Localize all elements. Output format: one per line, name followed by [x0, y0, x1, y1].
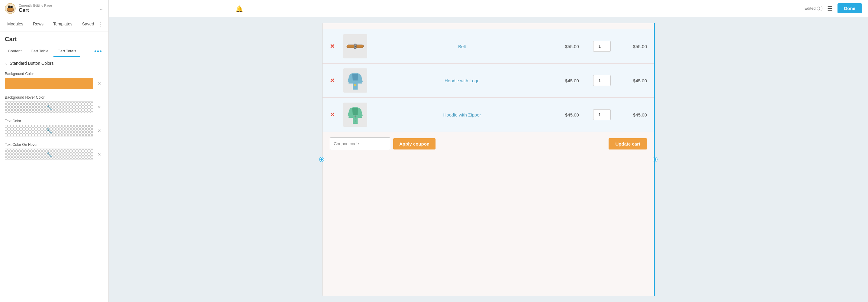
app-logo: [5, 3, 16, 14]
product-subtotal: $45.00: [617, 112, 647, 117]
text-hover-color-swatch[interactable]: 🔧: [5, 148, 93, 160]
product-name[interactable]: Hoodie with Logo: [373, 78, 551, 83]
remove-item-button[interactable]: ✕: [330, 111, 337, 118]
coupon-left: Apply coupon: [330, 137, 435, 150]
sidebar-tabs: Content Cart Table Cart Totals •••: [0, 46, 108, 57]
section-standard-button-colors[interactable]: ⌄ Standard Button Colors: [0, 57, 108, 69]
product-image: [343, 34, 367, 58]
sidebar-nav-rows[interactable]: Rows: [28, 17, 48, 31]
background-hover-color-clear[interactable]: ✕: [95, 103, 103, 111]
sidebar-nav-templates[interactable]: Templates: [48, 17, 77, 31]
background-hover-color-label: Background Hover Color: [5, 95, 103, 100]
notification-bell-icon[interactable]: 🔔: [236, 5, 243, 12]
background-color-swatch[interactable]: [5, 78, 93, 89]
eyedropper-icon: 🔧: [46, 152, 52, 157]
svg-point-10: [354, 46, 356, 47]
background-color-label: Background Color: [5, 72, 103, 76]
svg-rect-15: [354, 116, 356, 117]
text-color-swatch[interactable]: 🔧: [5, 125, 93, 136]
svg-point-2: [7, 7, 13, 11]
section-label: Standard Button Colors: [10, 61, 54, 66]
background-hover-color-field: Background Hover Color 🔧 ✕: [0, 93, 108, 116]
background-hover-color-row: 🔧 ✕: [5, 101, 103, 113]
svg-point-6: [11, 6, 12, 7]
quantity-input[interactable]: [593, 75, 611, 86]
text-hover-color-clear[interactable]: ✕: [95, 150, 103, 159]
product-price: $55.00: [557, 44, 587, 49]
sidebar-nav: Modules Rows Templates Saved: [0, 17, 108, 31]
page-canvas: ✕ Belt $55.00 $55.00 ✕: [322, 23, 654, 296]
sidebar-nav-modules[interactable]: Modules: [2, 17, 28, 31]
background-color-field: Background Color ✕: [0, 69, 108, 93]
tab-cart-table[interactable]: Cart Table: [27, 46, 53, 57]
quantity-input[interactable]: [593, 109, 611, 120]
coupon-row: Apply coupon Update cart: [322, 132, 654, 156]
done-button[interactable]: Done: [837, 3, 862, 13]
hoodie-zipper-image: [346, 104, 364, 125]
tab-cart-totals[interactable]: Cart Totals: [54, 46, 81, 57]
sidebar-collapse-chevron[interactable]: ⌄: [99, 5, 103, 12]
sidebar-nav-saved[interactable]: Saved: [77, 17, 99, 31]
sidebar-resize-handle[interactable]: [99, 17, 101, 31]
text-color-label: Text Color: [5, 119, 103, 123]
text-color-row: 🔧 ✕: [5, 125, 103, 136]
section-chevron-icon: ⌄: [5, 61, 8, 65]
main-area: 🔔 Edited ? ☰ Done ✕: [109, 0, 868, 302]
tab-content[interactable]: Content: [4, 46, 26, 57]
canvas-left-handle[interactable]: [319, 157, 324, 162]
quantity-input[interactable]: [593, 41, 611, 52]
panel-title: Cart: [0, 31, 108, 46]
tab-more-button[interactable]: •••: [92, 46, 105, 57]
currently-editing-label: Currently Editing Page: [19, 4, 52, 7]
cart-row: ✕ Belt $55.00 $55.00: [322, 29, 654, 63]
sidebar-header: Currently Editing Page Cart ⌄: [0, 0, 108, 17]
svg-point-12: [354, 84, 356, 86]
edited-status: Edited ?: [805, 6, 823, 11]
background-hover-color-swatch[interactable]: 🔧: [5, 101, 93, 113]
cart-row: ✕ Hoodie with Logo $45.00 $45.00: [322, 63, 654, 98]
remove-item-button[interactable]: ✕: [330, 43, 337, 50]
text-color-field: Text Color 🔧 ✕: [0, 116, 108, 140]
update-cart-button[interactable]: Update cart: [609, 138, 647, 149]
product-subtotal: $55.00: [617, 44, 647, 49]
hoodie-logo-image: [346, 70, 364, 91]
product-price: $45.00: [557, 112, 587, 117]
canvas-right-line: [654, 23, 655, 296]
sidebar-header-text: Currently Editing Page Cart: [19, 4, 52, 13]
resize-dot: [100, 24, 100, 25]
product-image: [343, 68, 367, 92]
svg-point-5: [8, 6, 10, 7]
coupon-input[interactable]: [330, 137, 390, 150]
eyedropper-icon: 🔧: [46, 104, 52, 110]
belt-image: [346, 40, 364, 52]
resize-dot: [100, 26, 100, 27]
sidebar-content: ⌄ Standard Button Colors Background Colo…: [0, 57, 108, 302]
background-color-clear[interactable]: ✕: [95, 79, 103, 88]
text-color-clear[interactable]: ✕: [95, 127, 103, 135]
top-bar: 🔔 Edited ? ☰ Done: [109, 0, 868, 17]
product-price: $45.00: [557, 78, 587, 83]
text-hover-color-field: Text Color On Hover 🔧 ✕: [0, 140, 108, 164]
help-icon[interactable]: ?: [817, 6, 823, 11]
product-subtotal: $45.00: [617, 78, 647, 83]
edited-label: Edited: [805, 6, 816, 10]
background-color-row: ✕: [5, 78, 103, 89]
eyedropper-icon: 🔧: [46, 128, 52, 134]
apply-coupon-button[interactable]: Apply coupon: [393, 138, 435, 149]
remove-item-button[interactable]: ✕: [330, 77, 337, 84]
canvas-area: ✕ Belt $55.00 $55.00 ✕: [109, 17, 868, 302]
cart-row: ✕ Hoodie with Zipper $45.00: [322, 98, 654, 132]
product-name[interactable]: Hoodie with Zipper: [373, 112, 551, 117]
text-hover-color-row: 🔧 ✕: [5, 148, 103, 160]
product-name[interactable]: Belt: [373, 44, 551, 49]
resize-dot: [100, 22, 100, 23]
text-hover-color-label: Text Color On Hover: [5, 142, 103, 147]
sidebar: Currently Editing Page Cart ⌄ Modules Ro…: [0, 0, 109, 302]
page-name: Cart: [19, 7, 52, 13]
menu-lines-icon[interactable]: ☰: [827, 5, 833, 12]
product-image: [343, 103, 367, 127]
